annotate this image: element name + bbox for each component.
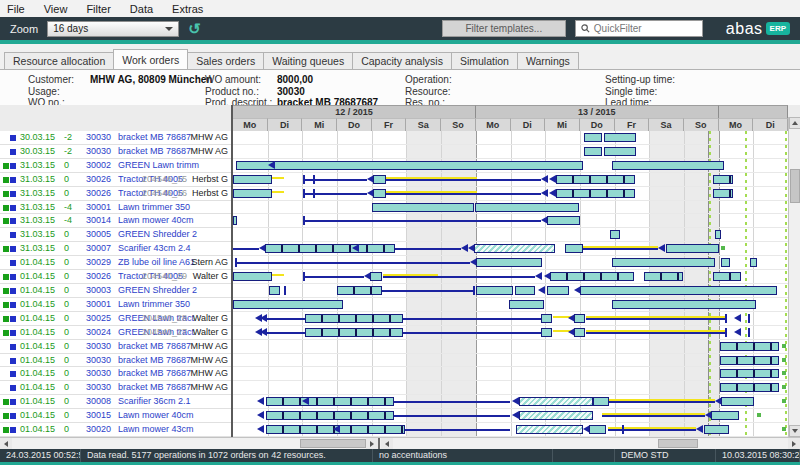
scroll-up-button[interactable] [789, 117, 800, 129]
gantt-bar[interactable] [750, 258, 757, 267]
gantt-bar[interactable] [547, 286, 569, 295]
gantt-segmented-bar[interactable] [337, 286, 381, 295]
gantt-bar[interactable] [612, 258, 716, 267]
gantt-hatched-bar[interactable] [474, 244, 554, 253]
gantt-bar[interactable] [580, 286, 777, 295]
filter-templates-button[interactable]: Filter templates... [442, 20, 566, 37]
work-order-row[interactable]: 01.04.15030026Tractor TH 4005204540_29Wa… [0, 270, 231, 284]
gantt-bar[interactable] [612, 300, 756, 309]
gantt-bar[interactable] [515, 286, 535, 295]
gantt-bar[interactable] [593, 397, 610, 406]
work-order-row[interactable]: 01.04.15030008Scarifier 36cm 2.1 [0, 395, 231, 409]
gantt-bar[interactable] [233, 300, 343, 309]
gantt-segmented-bar[interactable] [265, 244, 394, 253]
tab-simulation[interactable]: Simulation [451, 52, 518, 69]
gantt-bar[interactable] [704, 425, 729, 434]
tab-capacity-analysis[interactable]: Capacity analysis [352, 52, 452, 69]
gantt-segmented-bar[interactable] [713, 189, 733, 198]
gantt-bar[interactable] [547, 216, 580, 225]
gantt-bar[interactable] [476, 258, 543, 267]
gantt-bar[interactable] [373, 189, 385, 198]
table-scroll-left-button[interactable] [0, 438, 12, 449]
gantt-bar[interactable] [574, 328, 585, 337]
menu-item-view[interactable]: View [44, 3, 68, 15]
undo-icon[interactable]: ↺ [188, 22, 201, 36]
work-order-row[interactable]: 30.03.15-230030bracket MB 78687MHW AG [0, 145, 231, 159]
gantt-bar[interactable] [236, 161, 583, 170]
gantt-segmented-bar[interactable] [556, 189, 635, 198]
work-order-row[interactable]: 30.03.15-230030bracket MB 78687MHW AG [0, 131, 231, 145]
quickfilter-input[interactable]: QuickFilter [575, 20, 703, 37]
work-order-row[interactable]: 01.04.15030024GREEN Lawn tract204540_27W… [0, 326, 231, 340]
gantt-scroll-left-button[interactable] [381, 438, 393, 449]
gantt-segmented-bar[interactable] [266, 397, 394, 406]
work-order-row[interactable]: 31.03.15030026Tractor TH 4005204546_16He… [0, 187, 231, 201]
gantt-scroll-right-button[interactable] [788, 438, 800, 449]
work-order-row[interactable]: 01.04.15030003GREEN Shredder 2 [0, 284, 231, 298]
gantt-bar[interactable] [372, 203, 475, 212]
gantt-bar[interactable] [711, 411, 739, 420]
menu-item-data[interactable]: Data [130, 3, 153, 15]
tab-work-orders[interactable]: Work orders [113, 49, 188, 69]
gantt-bar[interactable] [541, 328, 552, 337]
gantt-segmented-bar[interactable] [305, 328, 403, 337]
gantt-bar[interactable] [612, 161, 724, 170]
gantt-bar[interactable] [269, 286, 280, 295]
gantt-bar[interactable] [475, 203, 579, 212]
menu-item-file[interactable]: File [7, 3, 25, 15]
gantt-bar[interactable] [715, 230, 721, 239]
gantt-segmented-bar[interactable] [720, 356, 778, 365]
gantt-bar[interactable] [233, 175, 272, 184]
menu-item-extras[interactable]: Extras [172, 3, 203, 15]
vertical-scroll-thumb[interactable] [790, 169, 800, 203]
work-order-row[interactable]: 01.04.15030015Lawn mower 40cm [0, 409, 231, 423]
gantt-bar[interactable] [666, 244, 719, 253]
tab-sales-orders[interactable]: Sales orders [187, 52, 264, 69]
gantt-bar[interactable] [584, 147, 602, 156]
gantt-segmented-bar[interactable] [550, 272, 633, 281]
gantt-bar[interactable] [584, 133, 602, 142]
gantt-bar[interactable] [565, 244, 583, 253]
gantt-bar[interactable] [604, 147, 636, 156]
gantt-hatched-bar[interactable] [519, 411, 593, 420]
work-order-row[interactable]: 31.03.15030005GREEN Shredder 2 [0, 228, 231, 242]
gantt-hatched-bar[interactable] [516, 425, 583, 434]
gantt-segmented-bar[interactable] [720, 383, 778, 392]
work-order-row[interactable]: 31.03.15030026Tractor TH 4005204546_15He… [0, 173, 231, 187]
work-order-row[interactable]: 01.04.15030030bracket MB 78687MHW AG [0, 340, 231, 354]
gantt-bar[interactable] [610, 230, 620, 239]
gantt-bar[interactable] [589, 425, 606, 434]
table-scroll-thumb[interactable] [300, 439, 366, 448]
work-order-row[interactable]: 01.04.15030030bracket MB 78687MHW AG [0, 367, 231, 381]
gantt-bar[interactable] [509, 300, 544, 309]
table-scroll-right-button[interactable] [366, 438, 378, 449]
gantt-bar[interactable] [541, 314, 552, 323]
work-order-row[interactable]: 31.03.15030002GREEN Lawn trimm [0, 159, 231, 173]
gantt-segmented-bar[interactable] [556, 175, 635, 184]
gantt-segmented-bar[interactable] [305, 314, 403, 323]
gantt-hatched-bar[interactable] [519, 397, 593, 406]
gantt-bar[interactable] [721, 397, 753, 406]
work-order-row[interactable]: 01.04.15030001Lawn trimmer 350 [0, 298, 231, 312]
gantt-segmented-bar[interactable] [713, 272, 741, 281]
gantt-bar[interactable] [370, 272, 382, 281]
gantt-bar[interactable] [574, 314, 585, 323]
work-order-row[interactable]: 01.04.15030025GREEN Lawn tract204540_28W… [0, 312, 231, 326]
gantt-segmented-bar[interactable] [713, 175, 733, 184]
tab-warnings[interactable]: Warnings [517, 52, 579, 69]
gantt-bar[interactable] [476, 286, 514, 295]
gantt-bar[interactable] [604, 133, 636, 142]
gantt-bar[interactable] [373, 175, 385, 184]
vertical-scrollbar[interactable] [788, 117, 800, 437]
work-order-row[interactable]: 31.03.15030007Scarifier 43cm 2.4 [0, 242, 231, 256]
gantt-segmented-bar[interactable] [720, 369, 778, 378]
menu-item-filter[interactable]: Filter [86, 3, 110, 15]
work-order-row[interactable]: 01.04.15030029ZB lube oil line A61Stern … [0, 256, 231, 270]
gantt-segmented-bar[interactable] [720, 342, 778, 351]
gantt-bar[interactable] [721, 258, 729, 267]
gantt-bar[interactable] [233, 216, 237, 225]
gantt-bar[interactable] [233, 272, 272, 281]
gantt-segmented-bar[interactable] [266, 411, 394, 420]
work-order-row[interactable]: 31.03.15-430001Lawn trimmer 350 [0, 201, 231, 215]
work-order-row[interactable]: 01.04.15030030bracket MB 78687MHW AG [0, 354, 231, 368]
